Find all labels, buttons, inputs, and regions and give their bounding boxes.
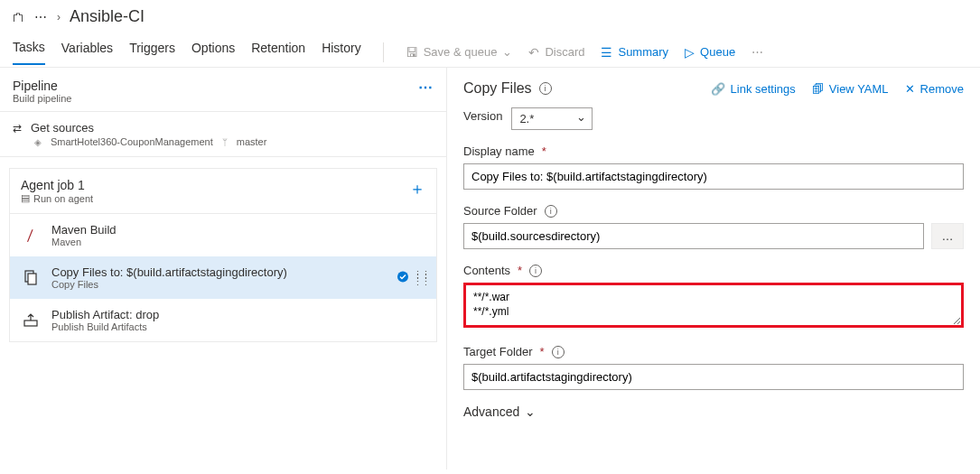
version-select[interactable]: 2.* — [511, 107, 593, 130]
link-settings[interactable]: 🔗 Link settings — [711, 82, 796, 96]
info-icon[interactable]: i — [529, 265, 542, 277]
right-panel: Copy Files i 🔗 Link settings 🗐 View YAML… — [447, 68, 980, 469]
task-copy-files-wrap: Copy Files to: $(build.artifactstagingdi… — [10, 256, 436, 299]
section-title: Copy Files i — [463, 80, 552, 97]
task-subtitle: Maven — [51, 237, 117, 247]
info-icon[interactable]: i — [545, 205, 557, 218]
pipeline-subtitle: Build pipeline — [13, 93, 71, 104]
pipeline-more-icon[interactable]: ⋯ — [418, 79, 434, 96]
yaml-icon: 🗐 — [812, 82, 824, 96]
tab-options[interactable]: Options — [191, 41, 235, 64]
info-icon[interactable]: i — [539, 82, 552, 95]
get-sources[interactable]: ⇄ Get sources ◈ SmartHotel360-CouponMana… — [0, 112, 446, 157]
list-icon: ☰ — [601, 45, 612, 60]
task-title: Maven Build — [51, 223, 117, 237]
advanced-section[interactable]: Advanced ⌄ — [463, 404, 980, 419]
page-title: Ansible-CI — [70, 7, 145, 26]
get-sources-label: Get sources — [31, 121, 94, 135]
task-maven[interactable]: ∕ Maven Build Maven — [10, 214, 436, 256]
source-folder-input[interactable] — [463, 223, 924, 249]
agent-job-subtitle: ▤ Run on agent — [21, 192, 93, 204]
link-icon: 🔗 — [711, 82, 725, 96]
svg-rect-3 — [24, 321, 37, 326]
repo-icon: ◈ — [34, 137, 42, 147]
task-title: Publish Artifact: drop — [51, 308, 159, 321]
drag-handle-icon[interactable]: ⋮⋮⋮⋮⋮⋮ — [413, 273, 429, 283]
discard-label: Discard — [545, 45, 584, 59]
check-icon — [397, 270, 409, 285]
view-yaml[interactable]: 🗐 View YAML — [812, 82, 889, 96]
maven-icon: ∕ — [19, 224, 42, 246]
contents-label: Contents* i — [463, 264, 964, 277]
version-label: Version — [463, 109, 502, 123]
target-folder-input[interactable] — [463, 364, 964, 390]
display-name-label: Display name* — [463, 144, 964, 158]
save-queue-label: Save & queue — [424, 45, 498, 59]
pipeline-header[interactable]: Pipeline Build pipeline ⋯ — [0, 73, 446, 112]
agent-icon: ▤ — [21, 192, 30, 204]
add-task-button[interactable]: ＋ — [409, 178, 425, 200]
tab-triggers[interactable]: Triggers — [129, 41, 175, 64]
repo-name: SmartHotel360-CouponManagement — [51, 136, 213, 147]
branch-name: master — [237, 136, 267, 147]
task-publish[interactable]: Publish Artifact: drop Publish Build Art… — [10, 299, 436, 341]
close-icon: ✕ — [905, 82, 915, 96]
chevron-down-icon: ⌄ — [525, 404, 536, 419]
play-icon: ▷ — [685, 45, 695, 60]
publish-icon — [21, 311, 41, 330]
tab-bar: Tasks Variables Triggers Options Retenti… — [0, 28, 980, 68]
queue-button[interactable]: ▷ Queue — [685, 45, 735, 60]
task-subtitle: Publish Build Artifacts — [51, 321, 159, 332]
contents-textarea[interactable] — [463, 283, 964, 328]
summary-label: Summary — [618, 45, 668, 59]
left-panel: Pipeline Build pipeline ⋯ ⇄ Get sources … — [0, 68, 447, 469]
chevron-right-icon: › — [57, 11, 61, 23]
breadcrumb: ⛫ ⋯ › Ansible-CI — [0, 0, 980, 28]
svg-rect-1 — [28, 274, 36, 284]
save-queue-button[interactable]: 🖫 Save & queue ⌄ — [406, 45, 513, 60]
task-title: Copy Files to: $(build.artifactstagingdi… — [51, 265, 287, 279]
tab-retention[interactable]: Retention — [251, 41, 305, 64]
task-copy-files[interactable]: Copy Files to: $(build.artifactstagingdi… — [10, 256, 436, 299]
target-folder-label: Target Folder* i — [463, 345, 964, 358]
discard-button[interactable]: ↶ Discard — [528, 45, 584, 60]
agent-job-title: Agent job 1 — [21, 178, 93, 192]
tab-history[interactable]: History — [322, 41, 361, 64]
copy-icon — [21, 268, 41, 288]
task-subtitle: Copy Files — [51, 279, 287, 290]
agent-job-header[interactable]: Agent job 1 ▤ Run on agent ＋ — [10, 169, 436, 214]
breadcrumb-ellipsis[interactable]: ⋯ — [34, 10, 48, 24]
undo-icon: ↶ — [528, 45, 539, 60]
queue-label: Queue — [700, 45, 735, 59]
save-icon: 🖫 — [406, 45, 418, 60]
agent-job: Agent job 1 ▤ Run on agent ＋ ∕ Maven Bui… — [9, 168, 437, 342]
pipeline-title: Pipeline — [13, 79, 71, 93]
display-name-input[interactable] — [463, 163, 964, 190]
remove-task[interactable]: ✕ Remove — [905, 82, 964, 96]
tab-tasks[interactable]: Tasks — [13, 40, 45, 65]
pipeline-icon: ⛫ — [13, 10, 25, 24]
chevron-down-icon: ⌄ — [502, 45, 512, 59]
browse-button[interactable]: … — [931, 223, 964, 249]
info-icon[interactable]: i — [552, 346, 565, 358]
tab-variables[interactable]: Variables — [61, 41, 113, 64]
source-folder-label: Source Folder i — [463, 204, 964, 218]
separator — [383, 42, 384, 62]
summary-button[interactable]: ☰ Summary — [601, 45, 668, 60]
sources-icon: ⇄ — [13, 122, 22, 135]
more-menu[interactable]: ⋯ — [751, 45, 763, 59]
branch-icon: ᛘ — [222, 137, 228, 147]
